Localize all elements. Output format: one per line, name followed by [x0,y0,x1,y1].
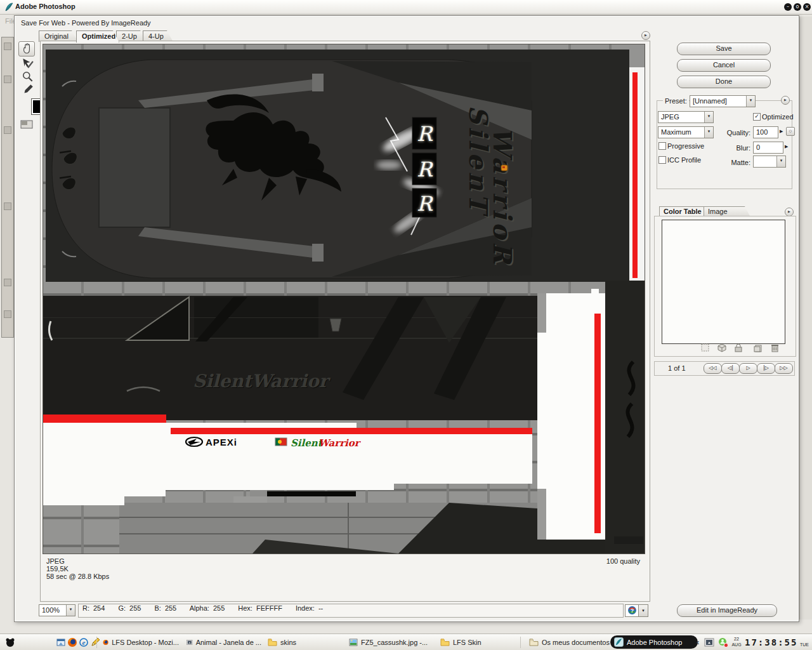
last-page-button[interactable]: ▷▷ [775,363,793,374]
hand-tool[interactable] [18,41,35,56]
svg-text:R: R [417,192,433,216]
start-blob-icon[interactable] [5,637,15,647]
preset-menu-button[interactable]: ▶ [781,96,790,105]
slice-select-icon [21,56,34,69]
prev-page-button[interactable]: ◁| [721,363,740,374]
photoshop-titlebar: Adobe Photoshop – o × [0,0,812,15]
done-button[interactable]: Done [677,76,771,88]
right-white-panel [537,289,605,540]
palette-edge [799,17,812,620]
svg-text:SilentWarrior: SilentWarrior [193,371,331,392]
red-stripe-long [171,428,532,434]
tray-app-icon[interactable] [704,637,714,647]
pager-text: 1 of 1 [668,364,686,372]
chevron-down-icon[interactable]: ▾ [704,112,713,123]
svg-text:APEXi: APEXi [206,437,237,448]
chevron-down-icon[interactable]: ▾ [746,96,755,107]
folder-icon [529,638,539,646]
blur-input[interactable]: 0 [753,142,783,154]
tray-clock: 17:38:55 [745,637,797,647]
close-button[interactable]: × [803,3,811,11]
taskbar-button-lfs-skin[interactable]: LFS Skin [436,635,518,649]
folder-icon [440,638,450,646]
preset-select[interactable]: [Unnamed]▾ [690,95,756,107]
r-value: 254 [93,604,105,612]
tray-messenger-icon[interactable] [718,637,728,647]
taskbar-button-animal[interactable]: Animal - Janela de ... [183,635,265,649]
taskbar-button-meus-documentos[interactable]: Os meus documentos [525,635,615,649]
b-value: 255 [165,604,176,612]
snap-to-web-icon [702,344,709,351]
browser-select-arrow[interactable]: ▾ [639,604,648,617]
window-title: Adobe Photoshop [15,3,75,10]
stat-download-time: 58 sec @ 28.8 Kbps [46,573,109,580]
firefox-icon [103,638,108,647]
skin-preview-image[interactable]: R R R R R R SilenT SilenT WarrioR Warrio… [43,44,645,554]
minimize-button[interactable]: – [784,3,792,11]
tray-collapse-chevron[interactable]: ‹ [697,637,699,647]
b-label: B: [154,604,160,612]
quality-slider-arrow[interactable]: ▶ [780,129,783,134]
blur-slider-arrow[interactable]: ▶ [785,144,788,149]
format-select[interactable]: JPEG▾ [658,111,714,123]
tray-date-day: 22 [731,637,742,642]
maximize-button[interactable]: o [794,3,801,11]
car-top-view [46,50,629,282]
chevron-down-icon[interactable]: ▾ [704,127,713,138]
icc-profile-checkbox[interactable] [658,156,666,164]
toggle-slices-visibility[interactable] [19,119,34,133]
car-side-view: SilentWarrior SilentWarrior [43,296,538,420]
compression-select[interactable]: Maximum▾ [658,126,714,138]
quality-input[interactable]: 100 [753,126,778,138]
svg-text:Warrior: Warrior [318,437,362,449]
zoom-tool[interactable] [20,70,36,84]
photoshop-icon [614,637,624,647]
color-table-menu-button[interactable]: ▶ [785,208,794,216]
preview-menu-button[interactable]: ▶ [641,31,650,40]
stat-format: JPEG [46,557,65,565]
quicklaunch-ie-icon[interactable]: e [79,637,89,647]
hex-label: Hex: [238,604,252,612]
slices-icon [20,119,34,130]
hex-value: FEFFFF [256,604,282,612]
right-dark-column [605,281,645,554]
quality-label: Quality: [712,129,750,136]
next-page-button[interactable]: |▷ [757,363,775,374]
taskbar-button-lfs-desktop[interactable]: LFS Desktop - Mozi... [99,635,183,649]
progressive-label: Progressive [667,142,704,150]
taskbar-button-skins[interactable]: skins [264,635,346,649]
tab-optimized[interactable]: Optimized [76,30,119,43]
channel-mask-button[interactable]: ○ [786,127,795,136]
orange-mark [501,165,508,171]
eyedropper-tool[interactable] [20,83,36,97]
optimized-checkbox[interactable]: ✓ [753,113,761,121]
r-label: R: [82,604,89,612]
zoom-level-select[interactable]: 100%▾ [39,604,75,616]
hand-icon [20,42,33,55]
g-label: G: [118,604,126,612]
dialog-title: Save For Web - Powered By ImageReady [21,19,151,27]
new-swatch-icon [754,345,761,352]
chevron-down-icon[interactable]: ▾ [66,605,75,616]
taskbar-button-fz5-image[interactable]: FZ5_cassushk.jpg -... [345,635,438,649]
edit-in-imageready-button[interactable]: Edit in ImageReady [677,604,777,617]
progressive-checkbox[interactable] [658,142,666,150]
cancel-button[interactable]: Cancel [677,59,771,72]
color-table-swatches[interactable] [662,220,785,344]
quicklaunch-desktop-icon[interactable] [56,637,66,647]
color-table-action-icons[interactable] [701,343,796,352]
slice-select-tool[interactable] [20,56,35,70]
app-window-icon [187,639,193,646]
chevron-down-icon[interactable]: ▾ [776,156,785,167]
taskbar-button-photoshop-active[interactable]: Adobe Photoshop [610,635,698,649]
save-button[interactable]: Save [677,43,771,55]
first-page-button[interactable]: ◁◁ [704,363,722,374]
lfs-skin-artwork: R R R R R R SilenT SilenT WarrioR Warrio… [43,44,645,554]
matte-select[interactable]: ▾ [753,156,786,168]
preview-in-browser-button[interactable]: ? [625,604,639,617]
play-button[interactable]: ▷ [739,363,757,374]
alpha-value: 255 [213,604,225,612]
stat-filesize: 159,5K [46,565,69,573]
save-for-web-dialog: Save For Web - Powered By ImageReady Ori… [14,15,799,622]
quicklaunch-firefox-icon[interactable] [67,637,77,647]
